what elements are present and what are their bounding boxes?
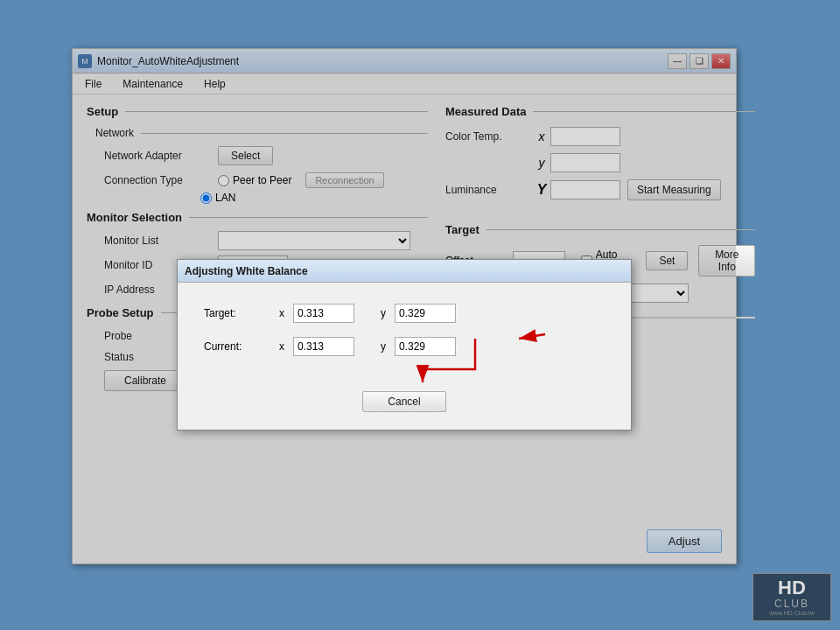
dialog-content: Target: x y Current: x y [178, 283, 631, 391]
watermark-hd: HD [778, 578, 806, 598]
dialog-current-label: Current: [204, 340, 265, 353]
main-window: M Monitor_AutoWhiteAdjustment — ❑ ✕ File… [72, 48, 737, 564]
adjust-white-balance-dialog: Adjusting White Balance Target: x y Curr… [177, 259, 632, 430]
dialog-target-x-input[interactable] [293, 304, 354, 323]
cancel-button[interactable]: Cancel [362, 391, 445, 412]
dialog-target-row: Target: x y [204, 304, 605, 323]
dialog-current-row: Current: x y [204, 337, 605, 356]
dialog-overlay: Adjusting White Balance Target: x y Curr… [73, 49, 736, 564]
dialog-title: Adjusting White Balance [185, 265, 308, 277]
dialog-current-x-label: x [279, 340, 284, 353]
dialog-target-x-label: x [279, 307, 284, 319]
dialog-current-x-input[interactable] [293, 337, 354, 356]
watermark-url: www.HD.Club.tw [769, 610, 815, 616]
dialog-current-y-input[interactable] [395, 337, 456, 356]
dialog-current-y-label: y [381, 340, 386, 353]
dialog-target-label: Target: [204, 307, 265, 319]
dialog-target-y-input[interactable] [395, 304, 456, 323]
watermark-club: CLUB [774, 598, 809, 610]
dialog-footer: Cancel [178, 391, 631, 430]
watermark: HD CLUB www.HD.Club.tw [752, 573, 831, 621]
dialog-target-y-label: y [381, 307, 386, 319]
dialog-title-bar: Adjusting White Balance [178, 260, 631, 283]
